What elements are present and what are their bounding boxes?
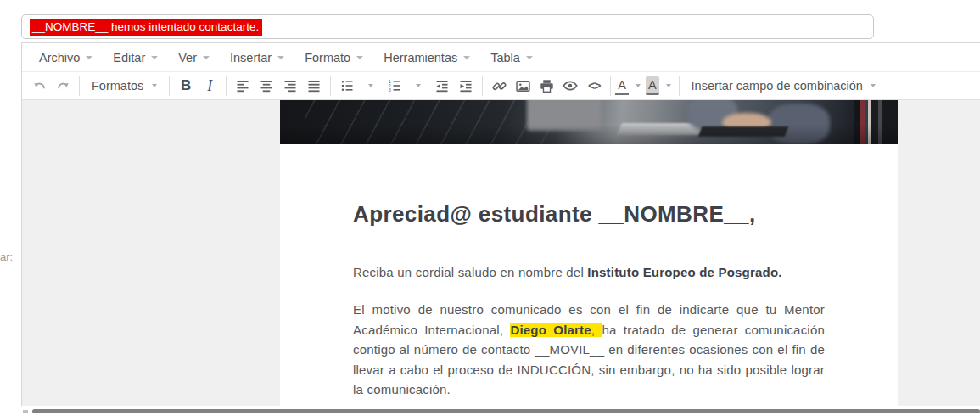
editor-toolbar: Formatos B I 123 xyxy=(22,72,980,100)
photo-arm-shape xyxy=(687,100,736,131)
menu-formato-label: Formato xyxy=(305,51,350,65)
menu-ver[interactable]: Ver xyxy=(168,43,220,71)
source-code-button[interactable]: <> xyxy=(582,75,606,98)
align-center-button[interactable] xyxy=(255,75,278,98)
toolbar-divider xyxy=(169,76,170,96)
scrollbar-left-stub[interactable] xyxy=(23,410,28,413)
email-body: Apreciad@ estudiante __NOMBRE__, Reciba … xyxy=(280,200,898,400)
toolbar-divider xyxy=(482,76,483,96)
bullet-list-icon xyxy=(340,79,354,93)
link-icon xyxy=(492,79,507,93)
bullet-list-dropdown[interactable] xyxy=(359,75,383,98)
background-color-icon: A xyxy=(646,76,659,95)
bold-icon: B xyxy=(181,77,191,94)
photo-arm-shape xyxy=(768,104,830,144)
chevron-down-icon xyxy=(277,56,284,59)
chevron-down-icon xyxy=(203,56,210,59)
chevron-down-icon xyxy=(636,84,641,87)
align-right-button[interactable] xyxy=(278,75,302,98)
greeting-heading: Apreciad@ estudiante __NOMBRE__, xyxy=(353,200,825,228)
chevron-down-icon xyxy=(526,56,533,59)
paragraph-message: El motivo de nuestro comunicado es con e… xyxy=(353,300,825,400)
header-photo-image xyxy=(280,100,898,144)
preview-button[interactable] xyxy=(558,75,582,98)
undo-button[interactable] xyxy=(27,75,51,98)
institute-name-bold: Instituto Europeo de Posgrado. xyxy=(587,265,781,279)
indent-button[interactable] xyxy=(454,75,478,98)
menu-editar[interactable]: Editar xyxy=(103,43,168,71)
code-icon: <> xyxy=(588,79,600,93)
subject-input[interactable]: __NOMBRE__ hemos intentado contactarte. xyxy=(21,14,874,39)
chevron-down-icon xyxy=(416,84,421,87)
mentor-name-highlight: Diego Olarte, xyxy=(510,323,602,337)
photo-tablet-shape xyxy=(698,126,788,137)
align-left-icon xyxy=(236,79,249,93)
align-center-icon xyxy=(260,79,273,93)
menu-insertar-label: Insertar xyxy=(230,51,272,65)
chevron-down-icon xyxy=(152,84,157,87)
toolbar-divider xyxy=(610,76,611,96)
merge-field-label: Insertar campo de combinación xyxy=(692,79,863,93)
photo-hand-shape xyxy=(722,113,771,132)
editor-canvas[interactable]: Apreciad@ estudiante __NOMBRE__, Reciba … xyxy=(22,100,980,407)
toolbar-divider xyxy=(330,76,331,96)
photo-books-shape xyxy=(854,100,898,144)
image-button[interactable] xyxy=(511,75,535,98)
toolbar-divider xyxy=(79,76,80,96)
merge-field-dropdown[interactable]: Insertar campo de combinación xyxy=(684,75,883,98)
numbered-list-icon: 123 xyxy=(388,79,401,93)
salutation-text: Reciba un cordial saludo en nombre del xyxy=(353,265,587,279)
formats-label: Formatos xyxy=(92,79,143,93)
paragraph-salutation: Reciba un cordial saludo en nombre del I… xyxy=(353,265,825,279)
align-justify-icon xyxy=(307,79,321,93)
formats-dropdown[interactable]: Formatos xyxy=(84,75,165,98)
italic-button[interactable]: I xyxy=(198,75,221,98)
menu-herramientas-label: Herramientas xyxy=(384,51,457,65)
align-justify-button[interactable] xyxy=(302,75,326,98)
italic-icon: I xyxy=(207,77,212,95)
bullet-list-button[interactable] xyxy=(335,75,359,98)
svg-text:3: 3 xyxy=(389,87,391,93)
chevron-down-icon xyxy=(871,84,876,87)
redo-icon xyxy=(56,79,70,93)
text-color-icon: A xyxy=(615,76,629,95)
menu-archivo[interactable]: Archivo xyxy=(29,43,103,71)
form-side-label: ar: xyxy=(0,250,13,263)
menu-tabla[interactable]: Tabla xyxy=(480,43,543,71)
numbered-list-dropdown[interactable] xyxy=(406,75,430,98)
redo-button[interactable] xyxy=(51,75,75,98)
toolbar-divider xyxy=(679,76,680,96)
link-button[interactable] xyxy=(487,75,511,98)
menu-herramientas[interactable]: Herramientas xyxy=(373,43,480,71)
bold-button[interactable]: B xyxy=(174,75,198,98)
print-icon xyxy=(540,79,554,93)
mentor-name-comma: , xyxy=(591,323,602,337)
chevron-down-icon xyxy=(151,56,158,59)
email-template-page[interactable]: Apreciad@ estudiante __NOMBRE__, Reciba … xyxy=(280,100,898,407)
eye-icon xyxy=(563,78,578,93)
chevron-down-icon xyxy=(86,56,92,59)
print-button[interactable] xyxy=(535,75,558,98)
mentor-name-bold: Diego Olarte xyxy=(510,323,591,337)
horizontal-scrollbar[interactable] xyxy=(21,406,980,416)
chevron-down-icon xyxy=(356,56,363,59)
outdent-button[interactable] xyxy=(430,75,454,98)
image-icon xyxy=(516,79,530,93)
menu-formato[interactable]: Formato xyxy=(294,43,373,71)
menu-archivo-label: Archivo xyxy=(39,51,80,65)
chevron-down-icon xyxy=(368,84,373,87)
photo-monitor-shape xyxy=(527,100,601,131)
align-left-button[interactable] xyxy=(231,75,255,98)
menu-editar-label: Editar xyxy=(113,51,145,65)
background-color-split-button[interactable]: A xyxy=(646,76,675,95)
subject-highlighted-text: __NOMBRE__ hemos intentado contactarte. xyxy=(30,19,262,36)
scrollbar-thumb[interactable] xyxy=(32,409,980,413)
menu-insertar[interactable]: Insertar xyxy=(220,43,294,71)
numbered-list-button[interactable]: 123 xyxy=(383,75,406,98)
menu-ver-label: Ver xyxy=(178,51,197,65)
editor-menubar: Archivo Editar Ver Insertar Formato Herr… xyxy=(22,43,980,72)
text-color-split-button[interactable]: A xyxy=(615,76,646,95)
indent-icon xyxy=(459,79,473,93)
rich-text-editor: Archivo Editar Ver Insertar Formato Herr… xyxy=(21,42,980,416)
menu-tabla-label: Tabla xyxy=(490,51,520,65)
